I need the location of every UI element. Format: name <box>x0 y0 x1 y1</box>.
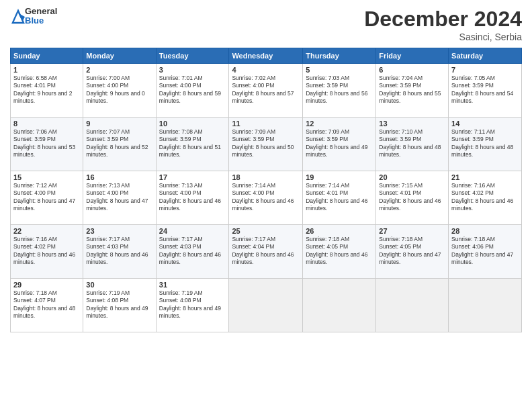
day-number: 14 <box>451 120 519 128</box>
day-info: Sunrise: 7:15 AMSunset: 4:01 PMDaylight:… <box>379 182 445 213</box>
day-number: 11 <box>232 120 300 128</box>
day-info: Sunrise: 7:00 AMSunset: 4:00 PMDaylight:… <box>86 75 152 105</box>
col-header-tuesday: Tuesday <box>156 48 229 64</box>
calendar-cell: 15Sunrise: 7:12 AMSunset: 4:00 PMDayligh… <box>11 171 83 225</box>
day-number: 25 <box>232 227 300 235</box>
day-number: 30 <box>86 281 152 289</box>
day-info: Sunrise: 7:18 AMSunset: 4:05 PMDaylight:… <box>379 236 445 267</box>
calendar-cell <box>376 279 449 332</box>
calendar-cell: 7Sunrise: 7:05 AMSunset: 3:59 PMDaylight… <box>449 64 522 118</box>
calendar-cell: 17Sunrise: 7:13 AMSunset: 4:00 PMDayligh… <box>156 171 229 225</box>
day-number: 3 <box>159 66 226 74</box>
day-number: 8 <box>13 120 80 128</box>
logo-blue: Blue <box>25 16 57 26</box>
day-number: 20 <box>379 173 445 181</box>
page: General Blue December 2024 Sasinci, Serb… <box>0 0 532 411</box>
day-number: 31 <box>159 281 226 289</box>
calendar-cell: 14Sunrise: 7:11 AMSunset: 3:59 PMDayligh… <box>449 118 522 171</box>
calendar-cell: 9Sunrise: 7:07 AMSunset: 3:59 PMDaylight… <box>83 118 156 171</box>
day-info: Sunrise: 7:17 AMSunset: 4:03 PMDaylight:… <box>159 236 226 267</box>
calendar-cell: 4Sunrise: 7:02 AMSunset: 4:00 PMDaylight… <box>229 64 303 118</box>
day-info: Sunrise: 7:14 AMSunset: 4:01 PMDaylight:… <box>306 182 373 213</box>
header-row: SundayMondayTuesdayWednesdayThursdayFrid… <box>11 48 522 64</box>
day-info: Sunrise: 7:18 AMSunset: 4:05 PMDaylight:… <box>306 236 373 267</box>
col-header-monday: Monday <box>83 48 156 64</box>
day-number: 22 <box>13 227 80 235</box>
day-info: Sunrise: 7:18 AMSunset: 4:07 PMDaylight:… <box>13 289 80 320</box>
col-header-sunday: Sunday <box>11 48 83 64</box>
calendar-cell: 19Sunrise: 7:14 AMSunset: 4:01 PMDayligh… <box>303 171 376 225</box>
day-info: Sunrise: 7:17 AMSunset: 4:04 PMDaylight:… <box>232 236 300 267</box>
day-info: Sunrise: 7:16 AMSunset: 4:02 PMDaylight:… <box>451 182 519 213</box>
day-number: 18 <box>232 173 300 181</box>
day-number: 2 <box>86 66 152 74</box>
day-number: 29 <box>13 281 80 289</box>
calendar-cell: 21Sunrise: 7:16 AMSunset: 4:02 PMDayligh… <box>449 171 522 225</box>
header: General Blue December 2024 Sasinci, Serb… <box>10 7 522 42</box>
day-info: Sunrise: 7:10 AMSunset: 3:59 PMDaylight:… <box>379 128 445 159</box>
month-title: December 2024 <box>364 7 522 32</box>
day-number: 6 <box>379 66 445 74</box>
day-number: 15 <box>13 173 80 181</box>
day-info: Sunrise: 7:19 AMSunset: 4:08 PMDaylight:… <box>86 289 152 320</box>
calendar-cell: 11Sunrise: 7:09 AMSunset: 3:59 PMDayligh… <box>229 118 303 171</box>
day-number: 23 <box>86 227 152 235</box>
calendar-cell: 25Sunrise: 7:17 AMSunset: 4:04 PMDayligh… <box>229 225 303 279</box>
logo: General Blue <box>10 7 57 26</box>
calendar-table: SundayMondayTuesdayWednesdayThursdayFrid… <box>10 48 522 332</box>
location: Sasinci, Serbia <box>364 32 522 42</box>
day-info: Sunrise: 7:11 AMSunset: 3:59 PMDaylight:… <box>451 128 519 159</box>
day-info: Sunrise: 7:09 AMSunset: 3:59 PMDaylight:… <box>306 128 373 159</box>
day-info: Sunrise: 7:18 AMSunset: 4:06 PMDaylight:… <box>451 236 519 267</box>
day-number: 27 <box>379 227 445 235</box>
day-number: 4 <box>232 66 300 74</box>
calendar-cell: 5Sunrise: 7:03 AMSunset: 3:59 PMDaylight… <box>303 64 376 118</box>
day-info: Sunrise: 7:13 AMSunset: 4:00 PMDaylight:… <box>159 182 226 213</box>
day-number: 17 <box>159 173 226 181</box>
day-number: 7 <box>451 66 519 74</box>
week-row-2: 8Sunrise: 7:06 AMSunset: 3:59 PMDaylight… <box>11 118 522 171</box>
calendar-cell: 26Sunrise: 7:18 AMSunset: 4:05 PMDayligh… <box>303 225 376 279</box>
day-info: Sunrise: 7:03 AMSunset: 3:59 PMDaylight:… <box>306 75 373 105</box>
calendar-cell: 10Sunrise: 7:08 AMSunset: 3:59 PMDayligh… <box>156 118 229 171</box>
calendar-cell: 2Sunrise: 7:00 AMSunset: 4:00 PMDaylight… <box>83 64 156 118</box>
calendar-cell: 31Sunrise: 7:19 AMSunset: 4:08 PMDayligh… <box>156 279 229 332</box>
day-info: Sunrise: 7:06 AMSunset: 3:59 PMDaylight:… <box>13 128 80 159</box>
day-info: Sunrise: 7:16 AMSunset: 4:02 PMDaylight:… <box>13 236 80 267</box>
calendar-cell: 22Sunrise: 7:16 AMSunset: 4:02 PMDayligh… <box>11 225 83 279</box>
day-number: 13 <box>379 120 445 128</box>
logo-general: General <box>25 7 57 16</box>
day-info: Sunrise: 7:19 AMSunset: 4:08 PMDaylight:… <box>159 289 226 320</box>
day-info: Sunrise: 7:14 AMSunset: 4:00 PMDaylight:… <box>232 182 300 213</box>
col-header-saturday: Saturday <box>449 48 522 64</box>
day-info: Sunrise: 7:12 AMSunset: 4:00 PMDaylight:… <box>13 182 80 213</box>
week-row-5: 29Sunrise: 7:18 AMSunset: 4:07 PMDayligh… <box>11 279 522 332</box>
week-row-1: 1Sunrise: 6:58 AMSunset: 4:01 PMDaylight… <box>11 64 522 118</box>
day-info: Sunrise: 7:04 AMSunset: 3:59 PMDaylight:… <box>379 75 445 105</box>
day-number: 26 <box>306 227 373 235</box>
day-number: 1 <box>13 66 80 74</box>
day-number: 28 <box>451 227 519 235</box>
calendar-cell: 18Sunrise: 7:14 AMSunset: 4:00 PMDayligh… <box>229 171 303 225</box>
week-row-4: 22Sunrise: 7:16 AMSunset: 4:02 PMDayligh… <box>11 225 522 279</box>
calendar-cell: 30Sunrise: 7:19 AMSunset: 4:08 PMDayligh… <box>83 279 156 332</box>
calendar-cell <box>303 279 376 332</box>
day-number: 21 <box>451 173 519 181</box>
day-number: 5 <box>306 66 373 74</box>
calendar-cell: 12Sunrise: 7:09 AMSunset: 3:59 PMDayligh… <box>303 118 376 171</box>
logo-text: General Blue <box>25 7 57 26</box>
day-number: 19 <box>306 173 373 181</box>
day-info: Sunrise: 6:58 AMSunset: 4:01 PMDaylight:… <box>13 75 80 105</box>
col-header-wednesday: Wednesday <box>229 48 303 64</box>
day-info: Sunrise: 7:08 AMSunset: 3:59 PMDaylight:… <box>159 128 226 159</box>
svg-marker-1 <box>18 13 25 22</box>
day-number: 10 <box>159 120 226 128</box>
day-info: Sunrise: 7:05 AMSunset: 3:59 PMDaylight:… <box>451 75 519 105</box>
calendar-cell <box>449 279 522 332</box>
day-info: Sunrise: 7:01 AMSunset: 4:00 PMDaylight:… <box>159 75 226 105</box>
calendar-cell: 3Sunrise: 7:01 AMSunset: 4:00 PMDaylight… <box>156 64 229 118</box>
calendar-cell: 8Sunrise: 7:06 AMSunset: 3:59 PMDaylight… <box>11 118 83 171</box>
day-info: Sunrise: 7:07 AMSunset: 3:59 PMDaylight:… <box>86 128 152 159</box>
calendar-cell: 13Sunrise: 7:10 AMSunset: 3:59 PMDayligh… <box>376 118 449 171</box>
calendar-cell: 20Sunrise: 7:15 AMSunset: 4:01 PMDayligh… <box>376 171 449 225</box>
